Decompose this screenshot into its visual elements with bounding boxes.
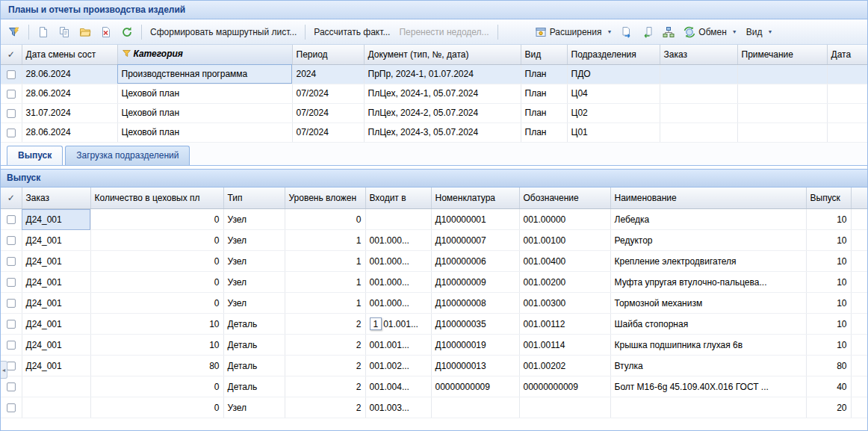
cell-order[interactable]: Д24_001 bbox=[22, 293, 90, 314]
cell-type[interactable]: Узел bbox=[223, 293, 285, 314]
output-section-header[interactable]: Выпуск bbox=[1, 169, 867, 187]
cell-document[interactable]: ПлЦех, 2024-2, 05.07.2024 bbox=[364, 103, 521, 123]
output-row[interactable]: Д24_001 10 Деталь 2 001.001... Д10000001… bbox=[1, 335, 867, 356]
cell-period[interactable]: 07/2024 bbox=[292, 84, 364, 103]
cell-document[interactable]: ПлЦех, 2024-3, 05.07.2024 bbox=[364, 123, 521, 142]
cell-designation[interactable]: 001.00400 bbox=[519, 251, 610, 272]
cell-order[interactable]: Д24_001 bbox=[22, 251, 90, 272]
cell-department[interactable]: Ц04 bbox=[567, 84, 660, 103]
cell-document[interactable]: ПлЦех, 2024-1, 05.07.2024 bbox=[364, 84, 521, 103]
import-document-button[interactable] bbox=[637, 23, 658, 41]
cell-change-date[interactable]: 31.07.2024 bbox=[22, 103, 117, 123]
col-header-output[interactable]: Выпуск bbox=[806, 187, 851, 209]
cell-order[interactable] bbox=[660, 123, 737, 142]
cell-type[interactable]: Деталь bbox=[223, 356, 285, 376]
cell-nomenclature[interactable]: Д100000006 bbox=[431, 251, 519, 272]
cell-name[interactable]: Крышка подшипника глухая 6в bbox=[610, 335, 806, 356]
cell-designation[interactable]: 001.00202 bbox=[519, 356, 610, 376]
row-checkbox[interactable] bbox=[7, 403, 16, 412]
cell-order[interactable]: Д24_001 bbox=[22, 356, 90, 376]
cell-order[interactable]: Д24_001 bbox=[22, 230, 90, 251]
cell-nomenclature[interactable]: 00000000009 bbox=[431, 376, 519, 397]
cell-output[interactable]: 10 bbox=[806, 251, 851, 272]
cell-qty[interactable]: 0 bbox=[90, 230, 223, 251]
cell-level[interactable]: 2 bbox=[285, 376, 365, 397]
cell-qty[interactable]: 0 bbox=[90, 209, 223, 230]
cell-level[interactable]: 1 bbox=[285, 251, 365, 272]
set-filter-button[interactable] bbox=[4, 23, 25, 41]
cell-period[interactable]: 2024 bbox=[292, 64, 364, 84]
plans-row[interactable]: 28.06.2024 Цеховой план 07/2024 ПлЦех, 2… bbox=[1, 84, 868, 103]
col-header-qty-shop-plans[interactable]: Количество в цеховых пл bbox=[90, 187, 223, 209]
cell-qty[interactable]: 10 bbox=[90, 314, 223, 335]
cell-output[interactable]: 10 bbox=[806, 335, 851, 356]
output-row[interactable]: Д24_001 0 Узел 1 001.000... Д100000006 0… bbox=[1, 251, 867, 272]
cell-name[interactable]: Крепление электродвигателя bbox=[610, 251, 806, 272]
cell-name[interactable]: Муфта упругая втулочно-пальцева... bbox=[610, 272, 806, 293]
cell-nomenclature[interactable]: Д100000035 bbox=[431, 314, 519, 335]
refresh-button[interactable] bbox=[117, 23, 137, 41]
cell-order[interactable] bbox=[660, 103, 737, 123]
cell-order[interactable] bbox=[22, 397, 90, 418]
cell-designation[interactable]: 001.00200 bbox=[519, 272, 610, 293]
col-header-note[interactable]: Примечание bbox=[737, 45, 827, 64]
row-checkbox[interactable] bbox=[7, 128, 16, 137]
cell-qty[interactable]: 0 bbox=[90, 376, 223, 397]
col-header-change-date[interactable]: Дата смены сост bbox=[22, 45, 117, 64]
cell-level[interactable]: 2 bbox=[285, 356, 365, 376]
cell-category[interactable]: Цеховой план bbox=[117, 103, 292, 123]
row-checkbox[interactable] bbox=[7, 362, 16, 370]
cell-name[interactable]: Тормозной механизм bbox=[610, 293, 806, 314]
cell-parent[interactable]: 001.003... bbox=[365, 397, 431, 418]
cell-parent[interactable] bbox=[365, 209, 431, 230]
row-checkbox[interactable] bbox=[7, 215, 16, 224]
row-checkbox[interactable] bbox=[7, 109, 16, 118]
cell-nomenclature[interactable]: Д100000008 bbox=[431, 293, 519, 314]
cell-nomenclature[interactable]: Д100000013 bbox=[431, 356, 519, 376]
cell-level[interactable]: 1 bbox=[285, 293, 365, 314]
cell-date2[interactable] bbox=[827, 64, 868, 84]
row-checkbox[interactable] bbox=[7, 236, 16, 245]
col-header-department[interactable]: Подразделения bbox=[567, 45, 660, 64]
cell-qty[interactable]: 80 bbox=[90, 356, 223, 376]
cell-type[interactable]: Узел bbox=[223, 209, 285, 230]
cell-nomenclature[interactable] bbox=[431, 397, 519, 418]
splitter-collapse-button[interactable]: ◄ bbox=[1, 361, 7, 379]
cell-date2[interactable] bbox=[827, 103, 868, 123]
cell-note[interactable] bbox=[737, 123, 827, 142]
cell-output[interactable]: 10 bbox=[806, 314, 851, 335]
cell-order[interactable]: Д24_001 bbox=[22, 314, 90, 335]
cell-designation[interactable]: 001.00000 bbox=[519, 209, 610, 230]
cell-change-date[interactable]: 28.06.2024 bbox=[22, 84, 117, 103]
cell-order[interactable]: Д24_001 bbox=[22, 272, 90, 293]
cell-name[interactable]: Шайба стопорная bbox=[610, 314, 806, 335]
cell-parent[interactable]: 001.000... bbox=[365, 272, 431, 293]
cell-designation[interactable]: 00000000009 bbox=[519, 376, 610, 397]
output-row[interactable]: Д24_001 80 Деталь 2 001.002... Д10000001… bbox=[1, 356, 867, 376]
exchange-button[interactable]: Обмен ▼ bbox=[679, 23, 741, 41]
cell-change-date[interactable]: 28.06.2024 bbox=[22, 123, 117, 142]
new-document-button[interactable] bbox=[33, 23, 54, 41]
cell-order[interactable] bbox=[660, 64, 737, 84]
cell-note[interactable] bbox=[737, 64, 827, 84]
cell-kind[interactable]: План bbox=[521, 64, 567, 84]
cell-category[interactable]: Цеховой план bbox=[117, 123, 292, 142]
cell-note[interactable] bbox=[737, 103, 827, 123]
cell-type[interactable]: Узел bbox=[223, 397, 285, 418]
cell-type[interactable]: Деталь bbox=[223, 335, 285, 356]
plans-row[interactable]: 31.07.2024 Цеховой план 07/2024 ПлЦех, 2… bbox=[1, 103, 868, 123]
cell-parent[interactable]: 001.000... bbox=[365, 230, 431, 251]
row-checkbox[interactable] bbox=[7, 382, 16, 391]
cell-kind[interactable]: План bbox=[521, 123, 567, 142]
plans-row[interactable]: 28.06.2024 Цеховой план 07/2024 ПлЦех, 2… bbox=[1, 123, 868, 142]
export-document-button[interactable] bbox=[616, 23, 637, 41]
cell-nomenclature[interactable]: Д100000001 bbox=[431, 209, 519, 230]
cell-order[interactable] bbox=[660, 84, 737, 103]
cell-output[interactable]: 10 bbox=[806, 293, 851, 314]
col-header-name[interactable]: Наименование bbox=[610, 187, 806, 209]
cell-output[interactable]: 10 bbox=[806, 230, 851, 251]
cell-level[interactable]: 2 bbox=[285, 335, 365, 356]
tab-load-departments[interactable]: Загрузка подразделений bbox=[65, 146, 190, 165]
cell-nomenclature[interactable]: Д100000007 bbox=[431, 230, 519, 251]
select-all-header[interactable]: ✓ bbox=[1, 45, 22, 64]
